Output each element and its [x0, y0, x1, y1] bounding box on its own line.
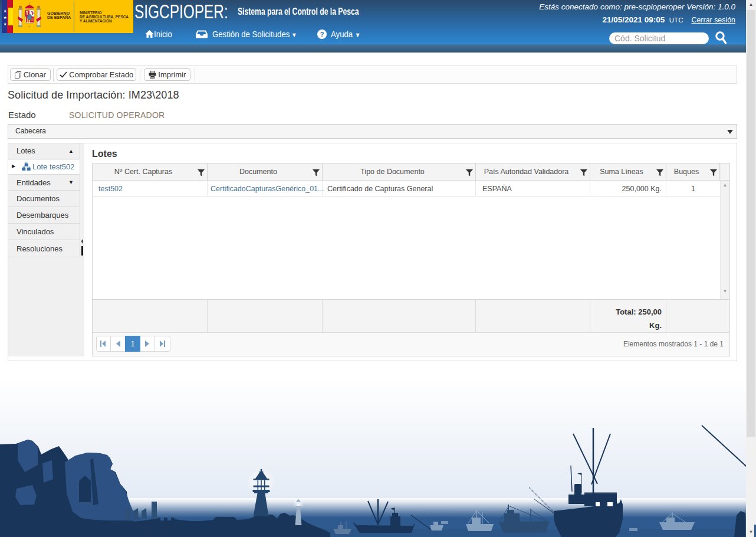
svg-text:?: ?	[320, 31, 324, 38]
